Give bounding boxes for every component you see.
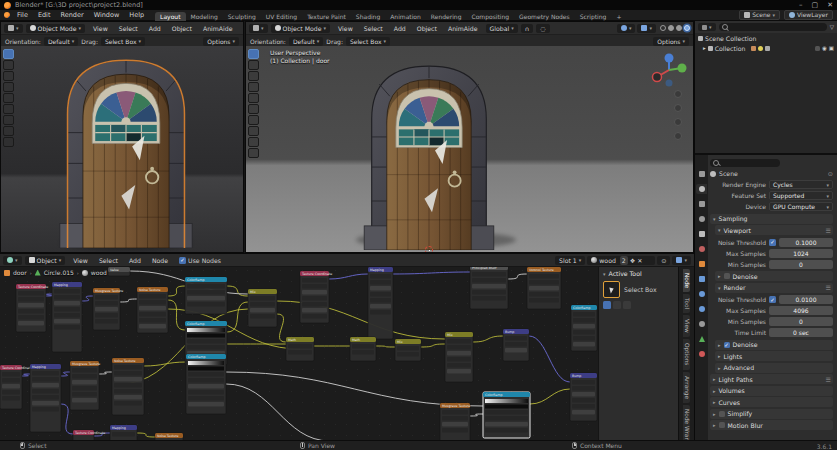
transform-orientation[interactable]: Global▾ (486, 24, 518, 33)
section-simplify[interactable]: ▸Simplify (710, 409, 833, 419)
outliner-row-collection[interactable]: ▸ Collection ◉ ▣ (695, 43, 837, 53)
node-wire[interactable] (277, 314, 286, 342)
door-model-left[interactable] (55, 48, 197, 248)
properties-tab-output-icon[interactable] (696, 199, 707, 209)
viewport-left-canvas[interactable] (1, 46, 243, 252)
preset-menu-icon[interactable]: ☰ (826, 284, 830, 291)
node-menu-node[interactable]: Node (147, 257, 173, 264)
node-texture-coordinate[interactable]: Texture Coordinate (0, 365, 32, 409)
select-box-tool-icon[interactable] (248, 49, 259, 59)
node-texture-coordinate[interactable]: Texture Coordinate (16, 284, 48, 332)
node-wire[interactable] (529, 336, 570, 382)
dropdown-feature-set[interactable]: Supported▾ (769, 191, 833, 200)
properties-tab-render-icon[interactable] (696, 184, 707, 194)
node-mix[interactable]: Mix (445, 332, 473, 382)
transform-tool-icon[interactable] (3, 104, 14, 114)
zoom-icon[interactable] (674, 90, 682, 98)
dropdown-render-engine[interactable]: Cycles▾ (769, 180, 833, 189)
select-set-icon[interactable] (603, 301, 611, 309)
active-tool-button[interactable]: Select Box (603, 281, 674, 298)
show-gizmo-toggle[interactable]: ▾ (617, 24, 636, 33)
properties-tab-physics-icon[interactable] (696, 304, 707, 314)
node-wire[interactable] (421, 344, 445, 347)
node-principled-bsdf[interactable]: Principled BSDF (470, 265, 508, 309)
workspace-tab-animation[interactable]: Animation (385, 12, 426, 21)
select-box-tool-icon[interactable] (3, 49, 14, 59)
menu-file[interactable]: File (12, 11, 33, 19)
pan-icon[interactable] (674, 104, 682, 112)
section-advanced[interactable]: ▸Advanced (715, 363, 833, 373)
editor-type-button[interactable]: ▾ (249, 24, 268, 33)
node-musgrave-texture[interactable]: Musgrave Texture (440, 403, 470, 441)
checkbox-noise-threshold[interactable]: ✓ (769, 296, 776, 303)
properties-tab-scene-icon[interactable] (696, 229, 707, 239)
checkbox-denoise[interactable] (724, 273, 730, 279)
node-wire[interactable] (227, 302, 248, 332)
node-wire[interactable] (82, 296, 93, 301)
material-shading-icon[interactable] (676, 25, 682, 31)
workspace-tab-scripting[interactable]: Scripting (575, 12, 612, 21)
ortho-toggle-icon[interactable] (674, 132, 682, 140)
menu-render[interactable]: Render (55, 11, 88, 19)
vpl-menu-add[interactable]: Add (144, 25, 166, 32)
node-wire[interactable] (120, 299, 137, 302)
scale-tool-icon[interactable] (3, 93, 14, 103)
node-mix[interactable]: Mix (248, 289, 277, 327)
value-field-min-samples[interactable]: 0 (769, 317, 833, 326)
workspace-tab-layout[interactable]: Layout (155, 12, 185, 21)
node-mapping[interactable]: Mapping (368, 267, 393, 339)
properties-tab-data-icon[interactable] (696, 334, 707, 344)
node-wire[interactable] (530, 389, 570, 404)
vpl-menu-view[interactable]: View (88, 25, 113, 32)
node-graph[interactable]: Texture CoordinateMappingMusgrave Textur… (0, 254, 694, 441)
active-tool-panel-header[interactable]: ▾Active Tool (599, 267, 678, 280)
filter-icon[interactable]: ▽ (830, 24, 834, 30)
workspace-tab-+[interactable]: + (611, 12, 626, 21)
properties-tab-world-icon[interactable] (696, 244, 707, 254)
outliner-row-scene-collection[interactable]: Scene Collection (695, 33, 837, 43)
section-sampling[interactable]: ▾Sampling (710, 214, 833, 224)
shader-type-selector[interactable]: Object▾ (25, 256, 66, 265)
node-colorramp[interactable]: ColorRamp (571, 305, 597, 351)
wireframe-shading-icon[interactable] (660, 25, 666, 31)
node-texture-coordinate[interactable]: Texture Coordinate (300, 271, 332, 323)
measure-tool-icon[interactable] (3, 126, 14, 136)
annotate-tool-icon[interactable] (248, 115, 259, 125)
node-math[interactable]: Math (350, 337, 376, 361)
navigation-gizmo[interactable] (651, 52, 687, 88)
node-wire[interactable] (22, 374, 30, 376)
sidebar-tab-view[interactable]: View (683, 315, 691, 337)
show-overlays-toggle[interactable]: ▾ (637, 24, 656, 33)
section-denoise[interactable]: ▸✓Denoise (715, 340, 833, 350)
vpr-menu-object[interactable]: Object (412, 25, 442, 32)
properties-search[interactable] (710, 159, 780, 167)
solid-shading-icon[interactable] (668, 25, 674, 31)
maximize-button[interactable]: ▢ (812, 1, 819, 9)
node-noise-texture[interactable]: Noise Texture (112, 358, 144, 415)
properties-tab-modifiers-icon[interactable] (696, 274, 707, 284)
node-wire[interactable] (99, 372, 112, 374)
pin-icon[interactable]: ⊙ (657, 256, 670, 265)
node-colorramp[interactable]: ColorRamp (483, 392, 530, 438)
transform-tool-icon[interactable] (248, 104, 259, 114)
value-field-noise-threshold[interactable]: 0.0100 (779, 295, 833, 304)
node-musgrave-texture[interactable]: Musgrave Texture (93, 288, 123, 330)
node-value[interactable]: Value (108, 267, 130, 276)
workspace-tab-sculpting[interactable]: Sculpting (223, 12, 261, 21)
checkbox-noise-threshold[interactable]: ✓ (769, 239, 776, 246)
vpr-menu-add[interactable]: Add (389, 25, 411, 32)
use-nodes-toggle[interactable]: ✓ Use Nodes (179, 257, 221, 264)
material-slot-selector[interactable]: Slot 1▾ (555, 256, 585, 265)
value-field-max-samples[interactable]: 4096 (769, 306, 833, 315)
node-menu-select[interactable]: Select (94, 257, 123, 264)
section-motion-blur[interactable]: ▸Motion Blur (710, 420, 833, 430)
extra-tool-icon[interactable] (248, 148, 259, 158)
node-wire[interactable] (393, 272, 470, 274)
node-mapping[interactable]: Mapping (52, 282, 82, 352)
checkbox-simplify[interactable] (719, 411, 725, 417)
drag-dropdown[interactable]: Select Box▾ (101, 37, 145, 46)
vpl-menu-animaide[interactable]: AnimAide (198, 25, 238, 32)
node-mapping[interactable]: Mapping (30, 364, 61, 432)
workspace-tab-modeling[interactable]: Modeling (186, 12, 223, 21)
sidebar-tab-node[interactable]: Node (683, 269, 691, 292)
